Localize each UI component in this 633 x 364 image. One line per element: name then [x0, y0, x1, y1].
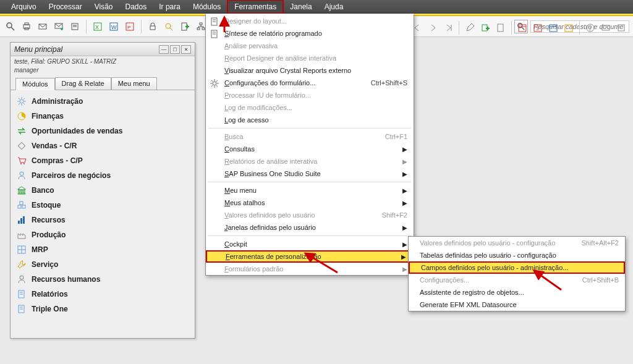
svg-rect-47 — [565, 25, 572, 32]
tb-print-icon[interactable] — [20, 20, 33, 33]
svg-point-52 — [20, 99, 23, 103]
submenu-item-label: Tabelas definidas pelo usuário - configu… — [420, 252, 556, 259]
menu-processar[interactable]: Processar — [43, 1, 88, 13]
menu-modulos[interactable]: Módulos — [187, 1, 227, 13]
module-item-6[interactable]: Banco — [13, 183, 192, 198]
tb-mail-icon[interactable] — [36, 20, 49, 33]
tb-cal1-icon[interactable] — [516, 21, 529, 35]
module-item-12[interactable]: Recursos humanos — [13, 272, 192, 287]
submenu-item-2[interactable]: Campos definidos pelo usuário - administ… — [409, 261, 625, 274]
module-item-11[interactable]: Serviço — [13, 257, 192, 272]
tb-sms-icon[interactable] — [52, 20, 66, 33]
svg-rect-51 — [618, 25, 624, 31]
tab-meu-menu[interactable]: Meu menu — [111, 77, 157, 90]
menu-item-3: Report Designer de análise interativa — [206, 52, 414, 64]
tb-find-icon[interactable] — [162, 20, 176, 33]
svg-line-1 — [11, 27, 14, 30]
menu-item-4[interactable]: Visualizar arquivo Crystal Reports exter… — [206, 64, 414, 77]
tb-nav-last-icon[interactable] — [441, 21, 455, 35]
module-item-9[interactable]: Produção — [13, 227, 192, 242]
submenu-item-5[interactable]: Generate EFM XML Datasource — [409, 298, 625, 311]
chevron-right-icon: ▶ — [402, 146, 407, 153]
module-item-2[interactable]: Oportunidades de vendas — [13, 124, 192, 138]
menu-item-label: Meus atalhos — [224, 199, 265, 206]
menu-item-label: Síntese de relatório programado — [224, 30, 322, 37]
menu-item-20[interactable]: Cockpit▶ — [206, 238, 414, 250]
tb-fax-icon[interactable] — [68, 20, 82, 33]
tb-pdf-icon[interactable]: P — [123, 20, 137, 33]
tb-misc2-icon[interactable] — [614, 21, 628, 35]
module-item-1[interactable]: Finanças — [13, 109, 192, 124]
tb-lock-icon[interactable] — [146, 20, 159, 33]
svg-point-55 — [20, 163, 22, 164]
module-label: Compras - C/P — [32, 156, 83, 165]
menu-item-5[interactable]: Configurações do formulário...Ctrl+Shift… — [206, 77, 414, 89]
menu-item-13[interactable]: SAP Business One Studio Suite▶ — [206, 167, 414, 180]
chevron-right-icon: ▶ — [402, 158, 407, 165]
close-button[interactable]: × — [181, 45, 191, 54]
shortcut: Ctrl+F1 — [378, 133, 407, 140]
module-icon — [17, 230, 27, 240]
module-icon — [17, 96, 27, 106]
module-item-4[interactable]: Compras - C/P — [13, 153, 192, 168]
tb-excel-icon[interactable]: X — [91, 20, 104, 33]
tb-nav-next-icon[interactable] — [426, 21, 440, 35]
module-item-0[interactable]: Administração — [13, 94, 192, 109]
menu-arquivo[interactable]: Arquivo — [5, 1, 43, 13]
menu-ferramentas[interactable]: Ferramentas — [227, 0, 284, 14]
menu-janela[interactable]: Janela — [284, 1, 318, 13]
tb-search-icon[interactable] — [4, 20, 17, 33]
svg-point-0 — [7, 23, 12, 28]
menu-item-label: Janelas definidas pelo usuário — [224, 224, 316, 231]
module-icon — [17, 274, 27, 284]
menu-item-8[interactable]: Log de acesso — [206, 114, 414, 126]
menu-item-18[interactable]: Janelas definidas pelo usuário▶ — [206, 221, 414, 234]
ferramentas-menu: Designer do layout...Síntese de relatóri… — [205, 14, 414, 276]
svg-rect-45 — [550, 25, 557, 32]
menu-item-0: Designer do layout... — [206, 15, 414, 27]
gear-icon — [210, 78, 219, 88]
max-button[interactable]: □ — [170, 45, 180, 54]
submenu-item-4[interactable]: Assistente de registro de objetos... — [409, 286, 625, 298]
menu-item-11[interactable]: Consultas▶ — [206, 143, 414, 155]
menu-visao[interactable]: Visão — [88, 1, 119, 13]
module-item-14[interactable]: Triple One — [13, 302, 192, 316]
module-item-5[interactable]: Parceiros de negócios — [13, 168, 192, 183]
tab-modulos[interactable]: Módulos — [15, 78, 55, 90]
menu-item-label: Busca — [224, 133, 244, 140]
module-item-8[interactable]: Recursos — [13, 213, 192, 227]
menu-item-label: Consultas — [224, 145, 255, 153]
menu-principal-window: Menu principal — □ × teste, Filial: GRUP… — [10, 42, 195, 339]
min-button[interactable]: — — [159, 45, 169, 54]
menu-ir-para[interactable]: Ir para — [153, 1, 187, 13]
menu-item-16[interactable]: Meus atalhos▶ — [206, 197, 414, 209]
doc-icon — [210, 29, 219, 39]
tb-q-icon[interactable]: ? — [584, 21, 597, 35]
tab-drag-relate[interactable]: Drag & Relate — [55, 77, 111, 90]
tb-cal4-icon[interactable] — [562, 21, 576, 35]
module-item-13[interactable]: Relatórios — [13, 287, 192, 302]
tb-cal3-icon[interactable] — [546, 21, 560, 35]
svg-text:X: X — [95, 24, 99, 30]
module-item-7[interactable]: Estoque — [13, 198, 192, 213]
menu-item-1[interactable]: Síntese de relatório programado — [206, 27, 414, 40]
tb-misc-icon[interactable] — [599, 21, 613, 35]
submenu-item-1[interactable]: Tabelas definidas pelo usuário - configu… — [409, 249, 625, 261]
tb-doc-icon[interactable] — [494, 21, 508, 35]
chevron-right-icon: ▶ — [402, 200, 407, 206]
tb-addrec-icon[interactable] — [478, 21, 492, 35]
tb-doc-new-icon[interactable] — [178, 20, 192, 33]
tb-cal2-icon[interactable]: 3 — [531, 21, 545, 35]
menubar: Arquivo Processar Visão Dados Ir para Mó… — [0, 0, 633, 14]
menu-item-15[interactable]: Meu menu▶ — [206, 184, 414, 197]
svg-point-80 — [213, 82, 216, 85]
menu-dados[interactable]: Dados — [119, 1, 153, 13]
menu-ajuda[interactable]: Ajuda — [318, 1, 350, 13]
menu-item-21[interactable]: Ferramentas de personalização▶ — [206, 250, 414, 263]
tb-edit-icon[interactable] — [463, 21, 477, 35]
panel-titlebar[interactable]: Menu principal — □ × — [11, 43, 195, 56]
tb-word-icon[interactable]: W — [107, 20, 121, 33]
module-item-3[interactable]: Vendas - C/R — [13, 138, 192, 153]
svg-text:W: W — [111, 24, 117, 30]
module-item-10[interactable]: MRP — [13, 242, 192, 257]
